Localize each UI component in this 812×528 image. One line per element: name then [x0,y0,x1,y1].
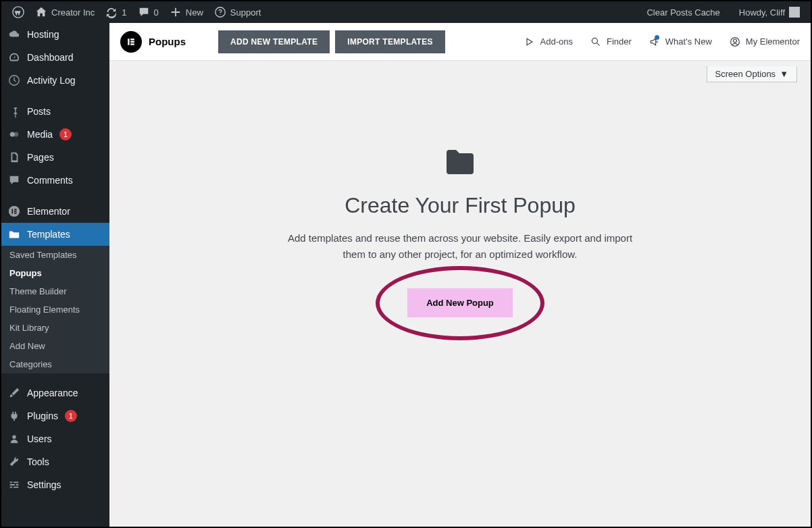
folder-icon [444,147,476,177]
page-title: Popups [149,36,186,47]
finder-link[interactable]: Finder [590,36,632,47]
clock-icon [8,74,20,86]
howdy-label: Howdy, Cliff [739,7,785,18]
updates-count: 1 [122,7,126,18]
sidebar-item-settings[interactable]: Settings [1,473,109,496]
sidebar-item-label: Posts [27,106,51,117]
svg-point-10 [12,435,16,439]
account-link[interactable]: Howdy, Cliff [734,1,805,23]
elementor-logo-icon [120,31,142,53]
content-area: Popups ADD NEW TEMPLATE IMPORT TEMPLATES… [109,23,811,528]
sidebar-item-label: Media [27,129,53,140]
brush-icon [8,387,20,399]
avatar [789,7,800,18]
home-icon [35,6,47,18]
sidebar-item-pages[interactable]: Pages [1,146,109,169]
sub-categories[interactable]: Categories [1,355,109,373]
user-icon [8,433,20,445]
sidebar-item-media[interactable]: Media 1 [1,123,109,146]
sidebar-item-plugins[interactable]: Plugins 1 [1,404,109,427]
svg-rect-12 [130,38,134,40]
sidebar-item-tools[interactable]: Tools [1,450,109,473]
sidebar-item-comments[interactable]: Comments [1,169,109,192]
svg-rect-11 [128,38,129,45]
svg-rect-6 [11,209,13,213]
comments-link[interactable]: 0 [132,1,164,23]
chevron-down-icon: ▼ [780,69,788,79]
media-icon [8,128,20,140]
wrench-icon [8,456,20,468]
sidebar-item-activity[interactable]: Activity Log [1,69,109,92]
account-icon [730,36,740,47]
sub-saved-templates[interactable]: Saved Templates [1,246,109,264]
svg-rect-13 [130,41,134,42]
sidebar-item-label: Hosting [27,29,59,40]
clear-cache-link[interactable]: Clear Posts Cache [641,1,725,23]
badge: 1 [59,128,72,140]
templates-submenu: Saved Templates Popups Theme Builder Flo… [1,246,109,373]
sub-popups[interactable]: Popups [1,264,109,282]
pin-icon [8,105,20,117]
elementor-icon [8,205,20,217]
site-name: Creator Inc [51,7,95,18]
sub-add-new[interactable]: Add New [1,337,109,355]
support-link[interactable]: Support [209,1,267,23]
clear-cache-label: Clear Posts Cache [646,7,719,18]
notification-dot [655,35,659,40]
refresh-icon [105,6,118,18]
sidebar-item-label: Elementor [27,206,70,217]
sidebar-item-hosting[interactable]: Hosting [1,23,109,46]
svg-rect-8 [14,211,17,212]
whatsnew-link[interactable]: What's New [649,36,712,47]
elementor-toolbar: Popups ADD NEW TEMPLATE IMPORT TEMPLATES… [109,23,811,61]
plug-icon [8,410,20,422]
sidebar-item-elementor[interactable]: Elementor [1,200,109,223]
screen-options-button[interactable]: Screen Options ▼ [707,66,797,82]
addons-link[interactable]: Add-ons [524,36,573,47]
finder-label: Finder [607,36,632,47]
import-templates-button[interactable]: IMPORT TEMPLATES [335,30,445,53]
sidebar-item-label: Activity Log [27,75,76,86]
svg-rect-7 [14,209,17,210]
empty-title: Create Your First Popup [345,193,576,218]
add-new-popup-button[interactable]: Add New Popup [407,288,513,317]
comment-icon [138,6,150,18]
sidebar-item-templates[interactable]: Templates [1,223,109,246]
comment-icon [8,174,20,186]
admin-bar: Creator Inc 1 0 New Support Clear Posts … [1,1,811,23]
sub-kit-library[interactable]: Kit Library [1,319,109,337]
sidebar-item-label: Dashboard [27,52,74,63]
svg-point-17 [733,39,736,43]
myelementor-link[interactable]: My Elementor [730,36,800,47]
sidebar-item-users[interactable]: Users [1,427,109,450]
add-template-button[interactable]: ADD NEW TEMPLATE [218,30,330,53]
sidebar-item-label: Settings [27,479,61,490]
sidebar-item-dashboard[interactable]: Dashboard [1,46,109,69]
search-icon [590,36,601,47]
wp-logo[interactable] [7,1,30,23]
svg-rect-14 [130,43,134,45]
sidebar-item-label: Templates [27,229,70,240]
new-label: New [186,7,203,18]
admin-sidebar: Hosting Dashboard Activity Log Posts Med… [1,23,109,528]
sidebar-item-label: Comments [27,175,73,186]
sidebar-item-label: Tools [27,456,49,467]
plus-icon [170,6,182,18]
updates-link[interactable]: 1 [100,1,132,23]
cloud-icon [8,28,20,41]
sidebar-item-posts[interactable]: Posts [1,100,109,123]
folder-icon [8,228,20,240]
sidebar-item-label: Users [27,433,52,444]
empty-description: Add templates and reuse them across your… [284,230,636,263]
whatsnew-label: What's New [665,36,712,47]
svg-rect-9 [14,213,17,214]
svg-point-15 [592,38,597,43]
site-link[interactable]: Creator Inc [30,1,100,23]
new-link[interactable]: New [164,1,209,23]
sub-theme-builder[interactable]: Theme Builder [1,282,109,300]
play-icon [524,36,535,47]
myelementor-label: My Elementor [746,36,800,47]
sub-floating[interactable]: Floating Elements [1,300,109,319]
svg-point-4 [14,132,18,136]
sidebar-item-appearance[interactable]: Appearance [1,381,109,404]
